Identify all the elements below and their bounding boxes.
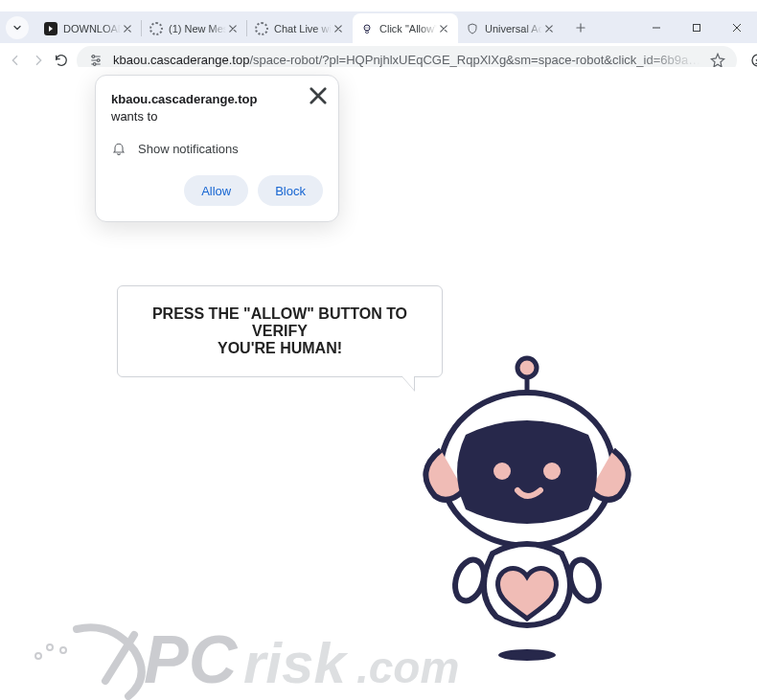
tab-new-message[interactable]: (1) New Mess: [142, 13, 247, 43]
maximize-button[interactable]: [677, 11, 717, 43]
url-path: /space-robot/?pl=HQPnjhlxUEqCGE_RqpXlXg&…: [249, 53, 700, 67]
tab-download[interactable]: DOWNLOAD:: [36, 13, 142, 43]
block-button[interactable]: Block: [258, 175, 323, 206]
svg-point-5: [92, 55, 95, 57]
permission-origin: kbaou.cascaderange.top: [111, 92, 257, 106]
svg-point-16: [493, 463, 511, 480]
tabs-container: DOWNLOAD: (1) New Mess Chat Live with Cl…: [36, 11, 563, 43]
permission-wants-to: wants to: [111, 109, 157, 124]
svg-rect-4: [694, 24, 700, 31]
svg-point-23: [35, 653, 41, 659]
loading-spinner-icon: [149, 22, 163, 35]
close-icon[interactable]: [121, 22, 134, 35]
close-window-button[interactable]: [717, 11, 757, 43]
svg-point-20: [498, 649, 556, 661]
tab-label: Click "Allow": [379, 23, 437, 34]
bell-icon: [111, 141, 126, 156]
youtube-icon: [44, 22, 57, 35]
tab-label: (1) New Mess: [169, 23, 226, 34]
close-icon[interactable]: [542, 22, 556, 35]
close-icon[interactable]: [226, 22, 240, 35]
site-info-icon[interactable]: [88, 53, 103, 68]
allow-button[interactable]: Allow: [184, 175, 248, 206]
new-tab-button[interactable]: [567, 14, 594, 41]
permission-option-row: Show notifications: [111, 141, 323, 156]
bubble-line2: YOU'RE HUMAN!: [218, 340, 342, 356]
svg-point-7: [93, 62, 96, 65]
svg-point-22: [60, 647, 66, 653]
tab-label: Universal Ad: [485, 23, 542, 34]
svg-point-13: [517, 358, 537, 377]
tab-strip: DOWNLOAD: (1) New Mess Chat Live with Cl…: [0, 11, 757, 43]
permission-option-label: Show notifications: [138, 142, 239, 156]
robot-icon: [360, 22, 374, 35]
close-icon[interactable]: [332, 22, 345, 35]
close-icon[interactable]: [310, 87, 327, 104]
permission-heading: kbaou.cascaderange.top wants to: [111, 91, 284, 125]
watermark-tld: .com: [356, 643, 459, 692]
tab-search-button[interactable]: [6, 16, 29, 39]
notification-permission-prompt: kbaou.cascaderange.top wants to Show not…: [95, 75, 339, 222]
shield-icon: [466, 22, 479, 35]
window-controls: [636, 11, 757, 43]
watermark-pcrisk: PC risk .com: [21, 614, 481, 700]
svg-point-2: [367, 27, 368, 28]
watermark-risk: risk: [243, 631, 348, 695]
minimize-button[interactable]: [636, 11, 677, 43]
bookmark-star-icon[interactable]: [710, 53, 725, 68]
close-icon[interactable]: [437, 22, 450, 35]
tab-label: DOWNLOAD:: [63, 23, 121, 34]
tab-click-allow[interactable]: Click "Allow": [353, 13, 458, 43]
svg-point-1: [365, 27, 366, 28]
svg-point-17: [543, 463, 561, 480]
tab-universal-ad[interactable]: Universal Ad: [458, 13, 563, 43]
url-domain: kbaou.cascaderange.top: [113, 53, 249, 67]
tab-chat-live[interactable]: Chat Live with: [247, 13, 353, 43]
tab-label: Chat Live with: [274, 23, 332, 34]
speech-bubble: PRESS THE "ALLOW" BUTTON TO VERIFY YOU'R…: [117, 285, 443, 377]
svg-point-0: [364, 25, 370, 31]
permission-actions: Allow Block: [111, 175, 323, 206]
window-titlebar: [0, 0, 757, 11]
svg-rect-3: [366, 31, 369, 33]
svg-point-21: [47, 644, 53, 650]
url-text: kbaou.cascaderange.top/space-robot/?pl=H…: [113, 53, 700, 67]
svg-point-6: [97, 58, 100, 61]
loading-spinner-icon: [255, 22, 268, 35]
svg-line-24: [105, 635, 134, 681]
watermark-pc: PC: [144, 622, 239, 697]
bubble-line1: PRESS THE "ALLOW" BUTTON TO VERIFY: [152, 305, 407, 339]
